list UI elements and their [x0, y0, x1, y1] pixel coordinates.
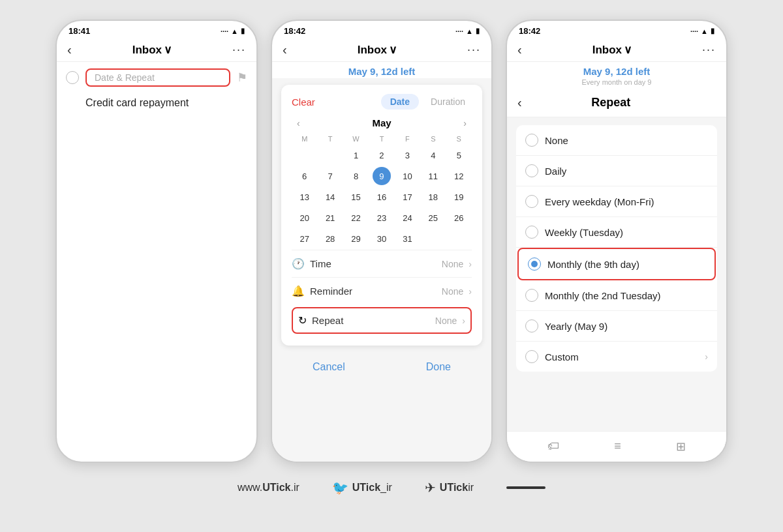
cal-d-30[interactable]: 30 — [373, 229, 391, 248]
status-bar-2: 18:42 ···· ▲ ▮ — [272, 21, 491, 38]
back-button-1[interactable]: ‹ — [67, 42, 72, 57]
back-button-3[interactable]: ‹ — [517, 42, 522, 57]
back-button-2[interactable]: ‹ — [283, 42, 287, 57]
repeat-option-yearly[interactable]: Yearly (May 9) — [516, 311, 717, 342]
done-button[interactable]: Done — [426, 361, 451, 373]
cal-d-19[interactable]: 19 — [450, 188, 468, 206]
reminder-row[interactable]: 🔔 Reminder None › — [292, 277, 472, 304]
cal-d-24[interactable]: 24 — [398, 209, 416, 227]
tab-date[interactable]: Date — [381, 94, 419, 110]
cal-d-6[interactable]: 6 — [296, 167, 314, 185]
cal-row-5: 27 28 29 30 31 — [292, 229, 472, 248]
cal-header-row: M T W T F S S — [292, 134, 472, 144]
repeat-option-daily[interactable]: Daily — [516, 156, 717, 186]
cal-d-22[interactable]: 22 — [347, 209, 365, 227]
repeat-option-monthly-9[interactable]: Monthly (the 9th day) — [517, 248, 716, 280]
repeat-screen-title: Repeat — [526, 96, 696, 110]
flag-icon-1: ⚑ — [237, 70, 247, 85]
cal-d-29[interactable]: 29 — [347, 229, 365, 248]
inbox-title-1: Inbox — [132, 44, 162, 57]
repeat-list: None Daily Every weekday (Mon-Fri) — [516, 125, 717, 372]
footer: www.UTick.ir 🐦 UTick_ir ✈ UTickir — [0, 469, 783, 506]
more-button-2[interactable]: ··· — [467, 43, 481, 57]
more-button-1[interactable]: ··· — [232, 43, 246, 57]
battery-icon-3: ▮ — [711, 27, 714, 35]
radio-monthly-2nd — [525, 289, 538, 302]
cal-d-18[interactable]: 18 — [424, 188, 442, 206]
time-arrow: › — [468, 259, 472, 269]
cal-d-13[interactable]: 13 — [296, 188, 314, 206]
cal-h-s1: S — [420, 134, 446, 144]
popup-overlay: Clear Date Duration ‹ May › M T — [272, 78, 491, 462]
list-icon[interactable]: ≡ — [614, 439, 621, 454]
repeat-yearly-label: Yearly (May 9) — [545, 321, 708, 332]
signal-icon-2: ···· — [455, 27, 463, 35]
cal-prev[interactable]: ‹ — [292, 118, 305, 128]
cal-d-empty3 — [424, 229, 442, 248]
tag-icon[interactable]: 🏷 — [547, 439, 559, 454]
signal-icon-3: ···· — [690, 27, 698, 35]
repeat-option-weekday[interactable]: Every weekday (Mon-Fri) — [516, 186, 717, 217]
cal-d-21[interactable]: 21 — [321, 209, 339, 227]
cal-d-10[interactable]: 10 — [398, 167, 416, 185]
cal-d-2[interactable]: 2 — [373, 146, 391, 164]
cal-d-5[interactable]: 5 — [450, 146, 468, 164]
cal-d-4[interactable]: 4 — [424, 146, 442, 164]
battery-icon-2: ▮ — [476, 27, 480, 35]
cal-next[interactable]: › — [458, 118, 472, 128]
inbox-chevron-1: ∨ — [164, 43, 172, 57]
cal-d-3[interactable]: 3 — [398, 146, 416, 164]
reminder-icon: 🔔 — [292, 285, 305, 297]
checkbox-1[interactable] — [66, 71, 79, 84]
cal-d-empty2 — [321, 146, 339, 164]
repeat-weekday-label: Every weekday (Mon-Fri) — [545, 196, 708, 207]
cancel-button[interactable]: Cancel — [313, 361, 345, 373]
repeat-monthly-2nd-label: Monthly (the 2nd Tuesday) — [545, 290, 708, 301]
more-button-3[interactable]: ··· — [702, 43, 716, 57]
cal-d-15[interactable]: 15 — [347, 188, 365, 206]
phone-2: 18:42 ···· ▲ ▮ ‹ Inbox ∨ ··· May 9, 12d … — [271, 20, 493, 463]
repeat-option-custom[interactable]: Custom › — [516, 342, 717, 372]
battery-icon: ▮ — [241, 27, 245, 35]
cal-d-empty1 — [296, 146, 314, 164]
cal-d-12[interactable]: 12 — [450, 167, 468, 185]
date-repeat-button[interactable]: Date & Repeat — [85, 68, 230, 87]
calendar-grid: M T W T F S S 1 2 — [292, 134, 472, 248]
cal-d-25[interactable]: 25 — [424, 209, 442, 227]
radio-daily — [525, 164, 538, 177]
cal-d-23[interactable]: 23 — [373, 209, 391, 227]
cal-d-27[interactable]: 27 — [296, 229, 314, 248]
repeat-row[interactable]: ↻ Repeat None › — [292, 307, 472, 334]
repeat-option-monthly-2nd[interactable]: Monthly (the 2nd Tuesday) — [516, 280, 717, 311]
cal-month: May — [372, 117, 391, 128]
cal-d-31[interactable]: 31 — [398, 229, 416, 248]
cal-d-9[interactable]: 9 — [373, 167, 391, 185]
repeat-back-btn[interactable]: ‹ — [517, 95, 522, 110]
cal-h-t2: T — [369, 134, 394, 144]
cal-d-20[interactable]: 20 — [296, 209, 314, 227]
cal-row-3: 13 14 15 16 17 18 19 — [292, 187, 472, 207]
cal-d-17[interactable]: 17 — [398, 188, 416, 206]
time-row[interactable]: 🕐 Time None › — [292, 250, 472, 277]
repeat-option-weekly[interactable]: Weekly (Tuesday) — [516, 217, 717, 248]
cal-d-16[interactable]: 16 — [373, 188, 391, 206]
cal-d-28[interactable]: 28 — [321, 229, 339, 248]
cal-d-7[interactable]: 7 — [321, 167, 339, 185]
cal-d-8[interactable]: 8 — [347, 167, 365, 185]
telegram-icon: ✈ — [425, 480, 436, 495]
tab-duration[interactable]: Duration — [424, 94, 472, 110]
cal-d-26[interactable]: 26 — [450, 209, 468, 227]
cal-h-m: M — [292, 134, 317, 144]
image-icon[interactable]: ⊞ — [676, 439, 686, 454]
cal-h-w: W — [343, 134, 369, 144]
cal-d-11[interactable]: 11 — [424, 167, 442, 185]
repeat-arrow: › — [462, 316, 465, 326]
clear-btn[interactable]: Clear — [292, 96, 315, 108]
cal-d-14[interactable]: 14 — [321, 188, 339, 206]
popup-box: Clear Date Duration ‹ May › M T — [281, 85, 482, 346]
footer-website: www.UTick.ir — [238, 482, 299, 494]
cal-h-t1: T — [317, 134, 343, 144]
repeat-option-none[interactable]: None — [516, 125, 717, 156]
time-value: None — [442, 259, 463, 269]
cal-d-1[interactable]: 1 — [347, 146, 365, 164]
